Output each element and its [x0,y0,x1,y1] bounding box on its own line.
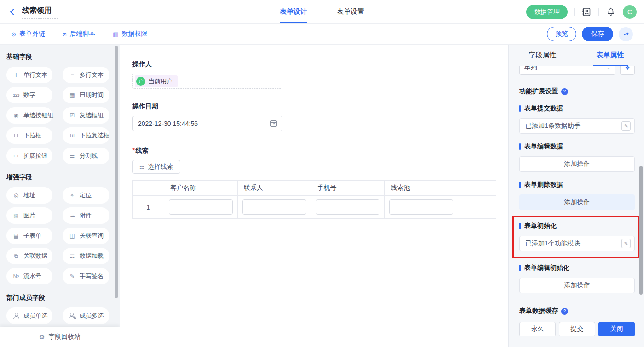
operation-date-field[interactable]: 操作日期 2022-12-30 15:44:56 [132,102,497,131]
edit-icon[interactable]: ✎ [621,121,631,131]
share-button[interactable] [619,27,633,41]
page-title[interactable]: 线索领用 [22,5,58,19]
back-button[interactable] [7,7,17,17]
delete-data-add-button[interactable]: 添加操作 [519,194,635,210]
phone-input[interactable] [316,199,380,215]
field-linked-data[interactable]: ⧉关联数据 [6,248,52,264]
field-label: 复选框组 [80,111,104,119]
help-icon[interactable]: ? [561,308,568,315]
field-subform[interactable]: ▤子表单 [6,228,52,244]
field-divider-line[interactable]: ☰分割线 [63,148,109,164]
field-label: 图片 [23,211,35,220]
panel-action-button[interactable]: ❖ [620,66,635,75]
data-permission-link[interactable]: ▥ 数据权限 [113,30,147,38]
app-window: 线索领用 表单设计 表单设置 数据管理 [0,0,644,347]
operator-field-box[interactable]: 户 当前用户 [132,74,282,89]
clue-pool-input[interactable] [389,199,453,215]
cache-option-permanent[interactable]: 永久 [519,322,556,336]
edit-data-add-button[interactable]: 添加操作 [519,156,635,172]
field-extend-button[interactable]: ▭扩展按钮 [6,148,52,164]
field-radio-group[interactable]: ◉单选按钮组 [6,107,52,124]
notification-bell-icon[interactable] [605,6,616,17]
field-member-multi[interactable]: 成员多选 [63,307,109,324]
field-label: 分割线 [80,152,98,160]
cache-option-closed[interactable]: 关闭 [598,322,635,336]
field-checkbox-group[interactable]: ☑复选框组 [63,107,109,124]
member-multi-icon [69,313,76,319]
edit-init-add-button[interactable]: 添加操作 [519,278,635,293]
permission-icon: ▥ [113,31,118,37]
field-label: 附件 [80,211,92,220]
current-user-chip[interactable]: 户 当前用户 [135,75,178,87]
field-label: 扩展按钮 [23,152,47,160]
attachment-icon: ☁ [69,213,76,218]
recycle-bin-label: 字段回收站 [48,333,80,341]
panel-tabs: 字段属性 表单属性 [509,45,644,66]
field-single-line-text[interactable]: T单行文本 [6,67,52,83]
script-icon: ⧄ [63,31,66,37]
clue-table-header-row: 客户名称 联系人 手机号 线索池 [133,181,496,196]
tab-form-design[interactable]: 表单设计 [280,0,307,23]
sidebar-scrollbar[interactable] [115,46,118,298]
field-label: 流水号 [23,272,41,280]
save-button[interactable]: 保存 [582,27,613,41]
tab-field-properties[interactable]: 字段属性 [509,45,576,66]
calendar-icon[interactable] [270,120,277,127]
select-clue-button[interactable]: ☶ 选择线索 [132,160,180,174]
help-icon[interactable]: ? [561,88,568,95]
field-address[interactable]: ◎地址 [6,187,52,204]
column-contact: 联系人 [237,181,311,196]
panel-scrollbar[interactable] [639,166,643,295]
tab-form-settings[interactable]: 表单设置 [337,0,364,23]
operator-field[interactable]: 操作人 户 当前用户 [132,60,497,89]
preview-button[interactable]: 预览 [547,27,576,41]
form-init-value-box[interactable]: 已添加1个功能模块 ✎ [519,236,635,251]
backend-script-link[interactable]: ⧄ 后端脚本 [63,30,95,38]
divider [574,8,575,16]
operation-date-input[interactable]: 2022-12-30 15:44:56 [132,116,282,131]
field-attachment[interactable]: ☁附件 [63,207,109,224]
user-chip-avatar-icon: 户 [136,77,145,86]
field-member-single[interactable]: 成员单选 [6,307,52,324]
section-title-basic-fields: 基础字段 [6,53,120,61]
field-label: 关联查询 [80,232,104,240]
field-data-load[interactable]: ☶数据加载 [63,248,109,264]
clue-field[interactable]: *线索 ☶ 选择线索 客户名称 联系人 手机号 线索池 1 [132,147,497,219]
field-datetime[interactable]: ▦日期时间 [63,87,109,103]
table-extra-column [458,181,496,196]
column-phone: 手机号 [311,181,385,196]
field-linked-query[interactable]: ◫关联查询 [63,228,109,244]
data-manage-button[interactable]: 数据管理 [526,5,568,19]
contact-input[interactable] [242,199,306,215]
layout-select[interactable]: 单列 ⌄ [519,66,615,75]
field-image[interactable]: ▧图片 [6,207,52,224]
edit-init-section-title: 表单编辑初始化 [519,264,635,272]
field-dropdown[interactable]: ⊟下拉框 [6,127,52,144]
tab-form-properties[interactable]: 表单属性 [576,45,644,66]
panel-body: 单列 ⌄ ❖ 功能扩展设置 ? 表单提交数据 已添加1条数据助手 ✎ 表单编辑数… [509,66,644,347]
field-serial-number[interactable]: №流水号 [6,268,52,284]
clue-pool-cell [385,196,458,219]
form-external-link[interactable]: ⊘ 表单外链 [11,30,45,38]
field-multi-line-text[interactable]: ≡多行文本 [63,67,109,83]
customer-name-input[interactable] [169,199,233,215]
multi-dropdown-icon: ⊞ [69,133,76,138]
field-multi-dropdown[interactable]: ⊞下拉复选框 [63,127,109,144]
chevron-down-icon: ⌄ [607,66,610,70]
field-location[interactable]: ⌖定位 [63,187,109,204]
contact-book-icon[interactable] [581,6,592,17]
address-icon: ◎ [12,193,20,198]
field-recycle-bin[interactable]: ♻ 字段回收站 [0,327,120,347]
data-permission-link-label: 数据权限 [121,30,147,38]
cache-option-submit[interactable]: 提交 [559,322,595,336]
field-signature[interactable]: ✎手写签名 [63,268,109,284]
submit-data-value-box[interactable]: 已添加1条数据助手 ✎ [519,118,635,134]
extension-settings-title: 功能扩展设置 [519,87,558,96]
number-icon: 123 [12,93,20,97]
field-number[interactable]: 123数字 [6,87,52,103]
user-avatar[interactable]: C [623,5,637,19]
clue-table: 客户名称 联系人 手机号 线索池 1 [132,180,496,219]
field-label: 下拉复选框 [80,131,109,140]
edit-icon[interactable]: ✎ [621,239,631,248]
column-clue-pool: 线索池 [385,181,458,196]
